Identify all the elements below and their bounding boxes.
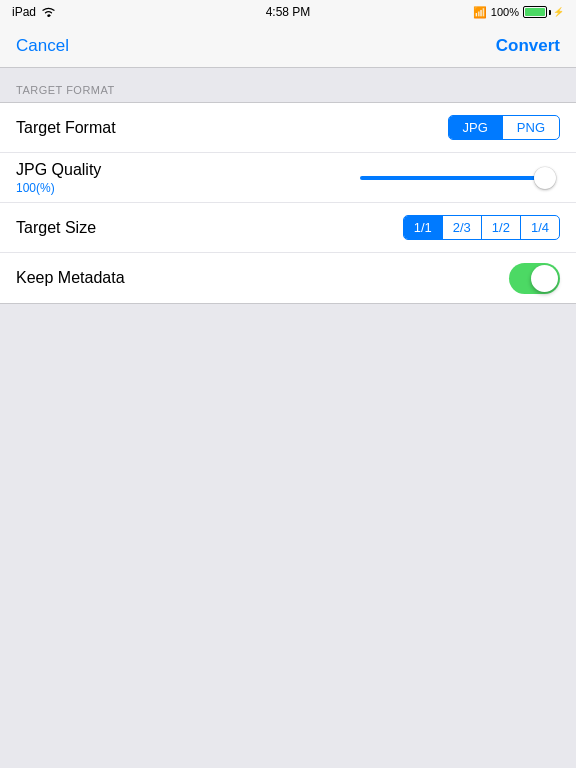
- device-label: iPad: [12, 5, 36, 19]
- target-size-label: Target Size: [16, 219, 96, 237]
- keep-metadata-label: Keep Metadata: [16, 269, 125, 287]
- format-jpg-button[interactable]: JPG: [449, 116, 502, 139]
- wifi-icon: [41, 5, 56, 20]
- metadata-toggle[interactable]: [509, 263, 560, 294]
- target-format-label: Target Format: [16, 119, 116, 137]
- jpg-quality-value: 100(%): [16, 181, 101, 195]
- toggle-knob: [531, 265, 558, 292]
- bottom-area: [0, 304, 576, 768]
- jpg-quality-label: JPG Quality: [16, 161, 101, 179]
- keep-metadata-row: Keep Metadata: [0, 253, 576, 303]
- convert-button[interactable]: Convert: [496, 36, 560, 56]
- size-1-2-button[interactable]: 1/2: [481, 216, 520, 239]
- target-format-row: Target Format JPG PNG: [0, 103, 576, 153]
- size-1-1-button[interactable]: 1/1: [404, 216, 442, 239]
- battery-label: 100%: [491, 6, 519, 18]
- settings-group: Target Format JPG PNG JPG Quality 100(%)…: [0, 102, 576, 304]
- cancel-button[interactable]: Cancel: [16, 36, 69, 56]
- size-1-4-button[interactable]: 1/4: [520, 216, 559, 239]
- target-size-row: Target Size 1/1 2/3 1/2 1/4: [0, 203, 576, 253]
- charging-icon: ⚡: [553, 7, 564, 17]
- section-header: TARGET FORMAT: [0, 68, 576, 102]
- size-segment-control[interactable]: 1/1 2/3 1/2 1/4: [403, 215, 560, 240]
- jpg-quality-row: JPG Quality 100(%): [0, 153, 576, 203]
- status-time: 4:58 PM: [266, 5, 311, 19]
- nav-bar: Cancel Convert: [0, 24, 576, 68]
- battery-icon: ⚡: [523, 6, 564, 18]
- bluetooth-icon: 📶: [473, 6, 487, 19]
- format-png-button[interactable]: PNG: [502, 116, 559, 139]
- status-bar: iPad 4:58 PM 📶 100% ⚡: [0, 0, 576, 24]
- format-segment-control[interactable]: JPG PNG: [448, 115, 560, 140]
- svg-point-0: [47, 14, 49, 16]
- slider-thumb[interactable]: [534, 167, 556, 189]
- quality-slider[interactable]: [360, 176, 560, 180]
- size-2-3-button[interactable]: 2/3: [442, 216, 481, 239]
